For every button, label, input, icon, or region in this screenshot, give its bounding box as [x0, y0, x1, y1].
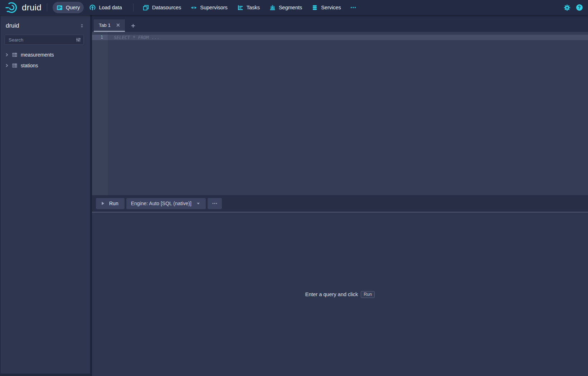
help-button[interactable]: ?	[576, 4, 583, 11]
nav-item-query[interactable]: Query	[53, 2, 84, 13]
nav-item-services[interactable]: Services	[308, 2, 345, 13]
nav-more-button[interactable]	[347, 2, 360, 13]
nav-divider	[47, 4, 47, 11]
run-toolbar: Run Engine: Auto [SQL (native)]	[92, 195, 588, 213]
query-editor[interactable]: 1 SELECT * FROM ...	[92, 32, 588, 195]
nav-item-label: Query	[66, 5, 80, 10]
svg-text:?: ?	[578, 5, 580, 10]
datasources-icon	[143, 5, 149, 11]
editor-gutter	[92, 32, 108, 195]
upload-icon	[89, 5, 96, 11]
table-icon	[12, 63, 18, 68]
tab-close-button[interactable]	[115, 22, 121, 28]
search-input[interactable]	[5, 35, 84, 45]
sliders-icon	[76, 37, 81, 43]
tree-item-label: measurements	[21, 52, 54, 58]
nav-item-label: Datasources	[152, 5, 181, 10]
sort-button[interactable]	[79, 23, 85, 29]
schema-title: druid	[6, 22, 19, 29]
settings-button[interactable]	[564, 4, 570, 11]
chevron-right-icon	[4, 52, 10, 58]
nav-item-label: Services	[321, 5, 341, 10]
nav-item-tasks[interactable]: Tasks	[233, 2, 264, 13]
logo-wordmark: druid	[22, 3, 42, 13]
run-button-label: Run	[109, 201, 118, 206]
navbar-right: ?	[564, 4, 584, 11]
eye-icon	[191, 5, 197, 11]
table-icon	[12, 52, 18, 58]
tree-item-label: stations	[21, 63, 38, 68]
double-caret-vertical-icon	[79, 23, 85, 29]
tasks-icon	[237, 5, 243, 11]
tab-tab1[interactable]: Tab 1	[94, 19, 125, 32]
results-run-kbd: Run	[361, 291, 375, 298]
nav-divider	[133, 4, 133, 11]
sidebar-header: druid	[1, 15, 90, 35]
engine-select-label: Engine: Auto [SQL (native)]	[131, 201, 191, 206]
editor-current-line	[92, 35, 588, 40]
database-icon	[312, 5, 318, 11]
query-icon	[57, 5, 63, 11]
engine-select[interactable]: Engine: Auto [SQL (native)]	[126, 198, 206, 209]
nav-item-label: Supervisors	[200, 5, 228, 10]
schema-tree: measurements stations	[1, 49, 90, 71]
nav-item-load-data[interactable]: Load data	[86, 2, 126, 13]
nav-item-segments[interactable]: Segments	[266, 2, 306, 13]
chevron-right-icon	[4, 63, 10, 68]
add-tab-button[interactable]	[125, 19, 141, 32]
nav-item-supervisors[interactable]: Supervisors	[187, 2, 232, 13]
nav-item-label: Load data	[99, 5, 122, 10]
top-navbar: druid Query Load data	[0, 0, 588, 15]
more-icon	[350, 5, 356, 10]
play-icon	[100, 201, 106, 206]
query-tabbar: Tab 1	[92, 15, 588, 32]
nav-item-label: Tasks	[247, 5, 260, 10]
druid-logo-icon	[5, 1, 19, 14]
sidebar-scrollbar-track[interactable]	[1, 373, 90, 376]
ellipsis-icon	[212, 201, 218, 206]
editor-placeholder: SELECT * FROM ...	[114, 35, 160, 40]
druid-logo[interactable]: druid	[5, 1, 42, 14]
search-row	[5, 35, 84, 45]
plus-icon	[130, 23, 136, 29]
close-icon	[115, 22, 121, 28]
nav-item-datasources[interactable]: Datasources	[139, 2, 185, 13]
query-main: Tab 1 1 SELECT * FROM ...	[92, 15, 588, 376]
app-body: druid	[0, 15, 588, 376]
query-more-button[interactable]	[208, 198, 222, 209]
results-empty-text: Enter a query and click	[305, 291, 358, 297]
tree-item-measurements[interactable]: measurements	[1, 49, 90, 60]
caret-down-icon	[195, 201, 201, 206]
editor-line-number: 1	[92, 35, 108, 40]
tree-item-stations[interactable]: stations	[1, 60, 90, 71]
nav-item-label: Segments	[279, 5, 302, 10]
tab-label: Tab 1	[99, 23, 111, 28]
results-panel: Enter a query and click Run	[92, 213, 588, 376]
gear-icon	[564, 4, 570, 11]
run-button[interactable]: Run	[96, 198, 125, 209]
filter-options-button[interactable]	[76, 37, 81, 43]
results-empty-message: Enter a query and click Run	[305, 291, 375, 298]
schema-sidebar: druid	[0, 15, 92, 376]
help-icon: ?	[576, 4, 583, 11]
segments-icon	[269, 5, 276, 11]
